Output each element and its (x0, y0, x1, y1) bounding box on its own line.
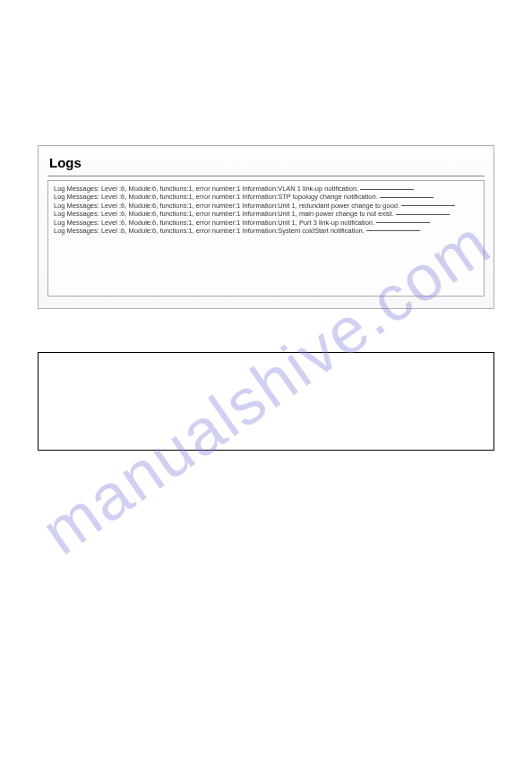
logs-content-box: Log Messages: Level :6, Module:6, functi… (47, 180, 485, 297)
log-line: Log Messages: Level :6, Module:6, functi… (54, 202, 478, 210)
empty-content-box (38, 352, 494, 451)
log-line: Log Messages: Level :6, Module:6, functi… (54, 193, 478, 201)
logs-title: Logs (39, 146, 493, 176)
log-line: Log Messages: Level :6, Module:6, functi… (54, 210, 478, 218)
log-line: Log Messages: Level :6, Module:6, functi… (54, 227, 478, 235)
logs-divider (47, 176, 485, 176)
log-line: Log Messages: Level :6, Module:6, functi… (54, 219, 478, 227)
log-line: Log Messages: Level :6, Module:6, functi… (54, 185, 478, 193)
logs-panel: Logs Log Messages: Level :6, Module:6, f… (38, 145, 494, 309)
